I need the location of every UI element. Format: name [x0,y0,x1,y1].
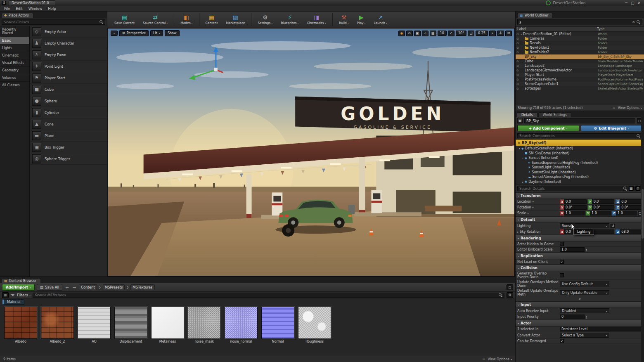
list-item[interactable]: ♟Empty Character [30,38,107,49]
scrollbar-thumb[interactable] [642,189,644,239]
clear-search-icon[interactable]: ✕ [632,20,635,24]
marketplace-button[interactable]: ▨Marketplace [222,12,249,28]
outliner-search[interactable]: ✕ [517,19,642,25]
visibility-eye-icon[interactable]: ⊙ [516,51,521,54]
camera-icon[interactable]: ⊙ [406,31,413,36]
grid-snap-value[interactable]: 10 [438,31,447,36]
table-row[interactable]: ⊙PostProcessVolumePostProcessVolume Post… [516,77,644,82]
visibility-eye-icon[interactable]: ⊙ [516,37,521,40]
list-item[interactable]: ▸◉Daytime (Inherited) [516,180,644,185]
category-basic[interactable]: Basic [0,37,29,45]
list-item[interactable]: ▾◆DefaultSceneRoot (Inherited) [516,146,644,151]
visibility-eye-icon[interactable]: ⊙ [516,83,521,86]
list-item[interactable]: ⚑Player Start [30,72,107,84]
place-actors-tab[interactable]: ✚ Place Actors [2,13,33,18]
camera-speed-value[interactable]: 4 [497,31,504,36]
update-overlaps-dropdown[interactable]: Use Config Default▾ [560,282,609,286]
place-actors-search[interactable] [2,19,105,25]
filters-button[interactable]: Filters▾ [17,293,31,297]
lit-button[interactable]: Lit▾ [150,30,163,36]
add-component-button[interactable]: + Add Component▾ [517,125,579,131]
search-classes-input[interactable] [4,20,99,24]
component-self-selected[interactable]: ◉ BP_Sky(self) [516,140,644,146]
list-item[interactable]: ☀Point Light [30,61,107,72]
can-be-damaged-checkbox[interactable]: ✓ [560,339,564,343]
asset-tile[interactable]: Normal [260,307,296,343]
asset-tile[interactable]: Displacement [113,307,149,343]
category-all-classes[interactable]: All Classes [0,82,29,89]
section-transform[interactable]: ▾Transform [516,192,644,199]
table-row[interactable]: ⊙LandscapeGizmoActiveActorLandscapeGizmo… [516,68,644,73]
list-item[interactable]: ▾◉Sunset (Inherited) [516,156,644,161]
content-search[interactable] [33,293,504,298]
section-actor[interactable]: ▾Actor [516,320,644,327]
tab-details[interactable]: Details [517,112,537,117]
back-arrow-icon[interactable]: ← [64,285,69,290]
visibility-eye-icon[interactable]: ⊙ [516,42,521,45]
auto-receive-dropdown[interactable]: Disabled▾ [560,308,609,313]
asset-tile[interactable]: AO [76,307,112,343]
section-replication[interactable]: ▾Replication [516,253,644,259]
save-all-button[interactable]: ▤Save All [37,284,62,291]
table-row[interactable]: ⊙NewFolder2Folder [516,50,644,54]
expand-advanced-button[interactable]: ▼ [516,297,644,301]
visibility-eye-icon[interactable]: ⊙ [516,69,521,72]
table-row[interactable]: ⊙softedgesSkeletalMeshActor SkeletalMesh… [516,86,644,91]
rotation-snap-value[interactable]: 10° [456,31,466,36]
list-item[interactable]: ◎Sphere Trigger [30,153,107,165]
list-item[interactable]: ≋SunsetExponentialHeightFog (Inherited) [516,161,644,166]
table-row-selected[interactable]: ⊙BP_SkyBP_Sky_C Edit BP_Sky [516,54,644,59]
content-button[interactable]: ▦Content [202,12,222,28]
table-row[interactable]: ⊙Landscape2Landscape Landscape [516,64,644,68]
components-search[interactable] [517,133,642,138]
actor-name-field[interactable] [524,118,635,123]
view-options-button[interactable]: ⊙View Options▾ [613,106,642,110]
modes-button[interactable]: ◧Modes▾ [177,12,196,28]
menu-window[interactable]: Window [28,7,43,11]
content-browser-tab[interactable]: ▦ Content Browser [2,278,41,283]
billboard-scale-field[interactable]: 1.0 [560,247,585,252]
default-update-dropdown[interactable]: Only Update Movable▾ [560,290,609,295]
details-scrollbar[interactable] [641,115,644,362]
build-button[interactable]: ⚒Build▾ [335,12,353,28]
close-button[interactable]: ✕ [637,1,641,5]
scale-snap-icon[interactable]: ◿ [468,31,474,36]
actor-hidden-checkbox[interactable] [560,242,564,246]
perspective-button[interactable]: ⊞Perspective [119,30,149,36]
category-visual-effects[interactable]: Visual Effects [0,59,29,67]
viewport[interactable]: GOLDEN GASOLINE & SERVICE [108,28,515,276]
viewport-options-button[interactable]: ▾ [111,31,118,36]
list-item[interactable]: ▣Box Trigger [30,142,107,153]
table-row[interactable]: ⊙NewFolder1Folder [516,45,644,50]
table-row[interactable]: ⊙Player StartPlayerStart PlayerStart [516,73,644,77]
edit-blueprint-button[interactable]: ⚙Edit Blueprint▾ [581,125,643,131]
visibility-eye-icon[interactable]: ⊙ [516,73,521,77]
lighting-dropdown[interactable]: Sunset▾ [560,223,609,228]
sources-panel-icon[interactable]: ▥ [2,292,9,298]
details-search[interactable]: ▦ ⊙ [517,186,642,191]
visibility-eye-icon[interactable]: ⊙ [516,78,521,81]
material-filter-chip[interactable]: Material [2,299,24,305]
save-current-button[interactable]: ▤Save Current [111,12,138,28]
visibility-eye-icon[interactable]: ⊙ [516,64,521,68]
table-row[interactable]: ⊙SceneCaptureCube1SceneCaptureCube Scene… [516,82,644,86]
play-button[interactable]: ▶Play▾ [353,12,369,28]
search-components-input[interactable] [519,134,635,138]
search-details-input[interactable] [519,187,622,191]
source-control-button[interactable]: ⇄Source Control▾ [139,12,171,28]
tab-world-settings[interactable]: World Settings [538,112,571,117]
list-item[interactable]: ■SM_SkyDome (Inherited) [516,151,644,156]
launch-button[interactable]: ↗Launch▾ [370,12,391,28]
view-options-button[interactable]: ⊙View Options▾ [483,357,512,361]
spinner-icon[interactable]: ▴▾ [586,315,587,319]
category-volumes[interactable]: Volumes [0,74,29,82]
breadcrumb-mspresets[interactable]: MSPresets [103,284,125,290]
surface-snap-icon[interactable]: ⊿ [422,31,429,36]
world-outliner-tab[interactable]: ▦ World Outliner [517,13,553,18]
spinner-icon[interactable]: ▴▾ [586,248,587,251]
input-priority-field[interactable]: 0 [560,315,585,319]
section-input[interactable]: ▾Input [516,301,644,308]
list-item[interactable]: ☁SunsetAtmosphericFog (Inherited) [516,175,644,180]
list-item[interactable]: ☀SunsetSkyLight (Inherited) [516,170,644,175]
asset-tile[interactable]: noise_mask [186,307,223,343]
